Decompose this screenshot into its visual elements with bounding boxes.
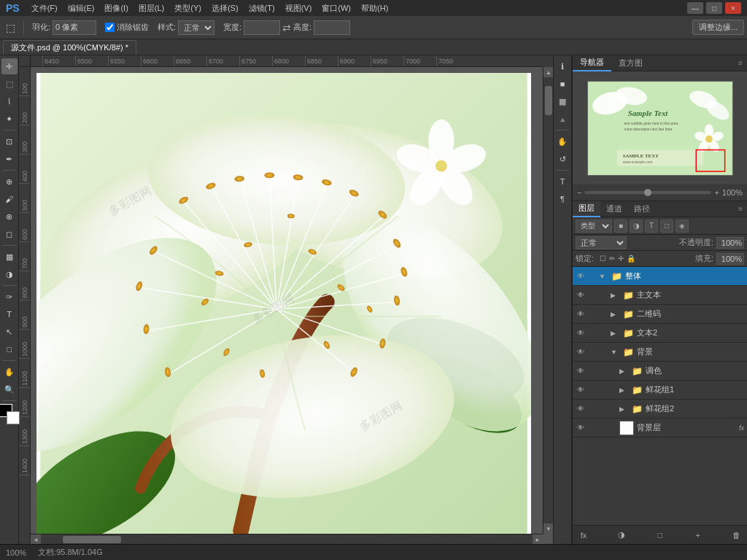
fill-input[interactable]: [716, 253, 744, 265]
menu-item-e[interactable]: 编辑(E): [63, 1, 99, 15]
layer-visibility-toggle[interactable]: 👁: [576, 423, 586, 433]
menu-item-h[interactable]: 帮助(H): [357, 1, 392, 15]
add-style-button[interactable]: fx: [577, 529, 590, 542]
scroll-v-thumb[interactable]: [545, 86, 552, 115]
layer-row[interactable]: 👁▶📁鲜花组2: [573, 400, 747, 419]
nav-menu-icon[interactable]: ≡: [734, 58, 747, 69]
tool-brush[interactable]: 🖌: [1, 191, 18, 207]
layer-visibility-toggle[interactable]: 👁: [576, 271, 586, 281]
layer-row[interactable]: 👁▼📁整体: [573, 267, 747, 286]
tool-crop[interactable]: ⊡: [1, 133, 18, 149]
layer-row[interactable]: 👁▶📁文本2: [573, 324, 747, 343]
style-select[interactable]: 正常: [178, 20, 214, 35]
layer-expand-icon[interactable]: ▶: [619, 368, 628, 375]
layer-row[interactable]: 👁▶📁调色: [573, 362, 747, 381]
menu-item-t[interactable]: 滤镜(T): [244, 1, 279, 15]
layer-visibility-toggle[interactable]: 👁: [576, 309, 586, 319]
filter-smart-btn[interactable]: ◈: [676, 219, 689, 233]
tool-eyedropper[interactable]: ✒: [1, 151, 18, 167]
layer-expand-icon[interactable]: ▼: [599, 273, 608, 280]
adjust-edge-button[interactable]: 调整边缘...: [692, 20, 744, 35]
tool-text-r[interactable]: T: [554, 174, 570, 190]
scroll-h-track[interactable]: [41, 534, 533, 544]
document-tab[interactable]: 源文件.psd @ 100%(CMYK/8#) *: [3, 40, 136, 55]
tool-lasso[interactable]: ⌇: [1, 93, 18, 109]
layer-visibility-toggle[interactable]: 👁: [576, 385, 586, 395]
tool-hand-r[interactable]: ✋: [554, 133, 570, 149]
tool-marquee-rect[interactable]: ⬚: [1, 76, 18, 92]
add-mask-button[interactable]: ◑: [615, 529, 628, 542]
tool-zoom[interactable]: 🔍: [1, 381, 18, 397]
menu-item-y[interactable]: 类型(Y): [170, 1, 206, 15]
layer-row[interactable]: 👁▶📁主文本: [573, 286, 747, 305]
tool-eraser[interactable]: ◻: [1, 226, 18, 242]
menu-item-w[interactable]: 窗口(W): [317, 1, 355, 15]
filter-shape-btn[interactable]: □: [660, 219, 673, 233]
layer-row[interactable]: 👁▶📁二维码: [573, 305, 747, 324]
antialias-checkbox[interactable]: [105, 23, 115, 32]
filter-adj-btn[interactable]: ◑: [630, 219, 643, 233]
layer-expand-icon[interactable]: ▼: [611, 349, 619, 356]
layers-menu-icon[interactable]: ≡: [734, 203, 747, 214]
lock-image-icon[interactable]: ✏: [609, 254, 615, 262]
width-input[interactable]: [244, 20, 280, 35]
scroll-right-button[interactable]: ►: [533, 534, 543, 544]
tool-text[interactable]: T: [1, 306, 18, 322]
delete-layer-button[interactable]: 🗑: [729, 529, 743, 542]
lock-position-icon[interactable]: ✛: [618, 254, 624, 262]
layer-visibility-toggle[interactable]: 👁: [576, 404, 586, 414]
tool-heal[interactable]: ⊕: [1, 174, 18, 190]
scroll-up-button[interactable]: ▲: [543, 67, 553, 77]
filter-text-btn[interactable]: T: [645, 219, 658, 233]
swap-icon[interactable]: ⇄: [282, 22, 291, 34]
tool-pen[interactable]: ✑: [1, 289, 18, 305]
layer-expand-icon[interactable]: ▶: [611, 311, 619, 318]
layer-expand-icon[interactable]: ▶: [611, 330, 619, 337]
paths-tab[interactable]: 路径: [628, 201, 656, 217]
menu-item-s[interactable]: 选择(S): [207, 1, 243, 15]
zoom-slider[interactable]: [584, 191, 711, 194]
scroll-v-track[interactable]: [543, 77, 553, 524]
tool-swatches[interactable]: ▦: [554, 93, 570, 109]
zoom-out-icon[interactable]: −: [577, 188, 581, 197]
scrollbar-vertical[interactable]: ▲ ▼: [543, 67, 553, 534]
layer-row[interactable]: 👁▼📁背景: [573, 343, 747, 362]
tool-paragraph[interactable]: ¶: [554, 191, 570, 207]
scroll-left-button[interactable]: ◄: [31, 534, 41, 544]
canvas-container[interactable]: 多彩图网 多彩图网 多彩图网 ▲ ▼ ◄: [31, 67, 553, 544]
tool-color[interactable]: ■: [554, 76, 570, 92]
color-swatches[interactable]: [0, 404, 20, 424]
tool-shape[interactable]: □: [1, 341, 18, 357]
layer-visibility-toggle[interactable]: 👁: [576, 366, 586, 376]
scroll-down-button[interactable]: ▼: [543, 524, 553, 534]
tool-hand[interactable]: ✋: [1, 364, 18, 380]
zoom-slider-thumb[interactable]: [644, 189, 651, 196]
tool-gradient[interactable]: ▦: [1, 249, 18, 265]
tool-magic-wand[interactable]: ✦: [1, 111, 18, 127]
layer-visibility-toggle[interactable]: 👁: [576, 290, 586, 300]
tool-clone[interactable]: ⊗: [1, 209, 18, 225]
canvas[interactable]: 多彩图网 多彩图网 多彩图网: [36, 73, 531, 538]
scroll-h-thumb[interactable]: [63, 536, 121, 543]
tool-path-select[interactable]: ↖: [1, 324, 18, 340]
layer-visibility-toggle[interactable]: 👁: [576, 328, 586, 338]
zoom-in-icon[interactable]: +: [714, 188, 719, 197]
menu-item-v[interactable]: 视图(V): [281, 1, 317, 15]
feather-input[interactable]: [53, 20, 96, 35]
navigator-tab[interactable]: 导航器: [573, 55, 611, 71]
layer-expand-icon[interactable]: ▶: [619, 386, 628, 394]
height-input[interactable]: [314, 20, 350, 35]
tool-info[interactable]: ℹ: [554, 58, 570, 74]
maximize-button[interactable]: □: [706, 2, 722, 14]
layer-type-filter[interactable]: 类型: [576, 219, 612, 233]
filter-pixel-btn[interactable]: ■: [614, 219, 627, 233]
menu-item-i[interactable]: 图像(I): [100, 1, 132, 15]
channels-tab[interactable]: 通道: [600, 201, 628, 217]
new-group-button[interactable]: □: [654, 529, 667, 542]
background-color[interactable]: [7, 411, 20, 424]
tool-rotate[interactable]: ↺: [554, 151, 570, 167]
new-layer-button[interactable]: +: [692, 529, 705, 542]
histogram-tab[interactable]: 直方图: [611, 55, 650, 71]
layer-expand-icon[interactable]: ▶: [611, 292, 619, 299]
tool-dodge[interactable]: ◑: [1, 266, 18, 282]
